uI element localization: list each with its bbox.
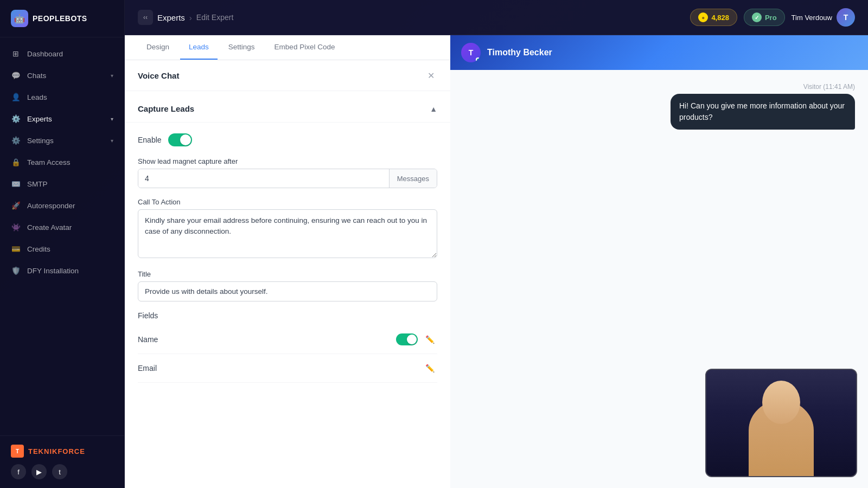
pro-badge: ✓ Pro <box>744 9 785 26</box>
voice-chat-title: Voice Chat <box>138 71 179 80</box>
sidebar-item-credits[interactable]: 💳 Credits <box>0 238 124 260</box>
tab-settings[interactable]: Settings <box>220 35 264 60</box>
sidebar-logo: 🤖 PEOPLEBOTS <box>0 0 124 37</box>
voice-chat-section: Voice Chat ✕ <box>125 60 450 91</box>
tf-icon: T <box>11 445 24 458</box>
field-email-edit-button[interactable]: ✏️ <box>422 361 437 376</box>
chat-header: T Timothy Becker <box>450 35 868 70</box>
youtube-icon[interactable]: ▶ <box>31 464 47 479</box>
capture-leads-section: Capture Leads ▲ Enable Show lead ma <box>125 95 450 403</box>
autoresponder-icon: 🚀 <box>11 201 21 210</box>
back-button[interactable]: ‹‹ <box>138 10 153 25</box>
grid-icon: ⊞ <box>11 49 21 59</box>
tabs-bar: Design Leads Settings Embed Pixel Code <box>125 35 450 60</box>
show-after-group: Show lead magnet capture after Messages <box>138 157 437 188</box>
online-status-dot <box>476 57 480 62</box>
field-name-actions: ✏️ <box>396 332 437 347</box>
cta-label: Call To Action <box>138 198 437 206</box>
sidebar-item-label: Settings <box>27 137 54 145</box>
teknikforce-logo: T TEKNIKFORCE <box>11 445 113 458</box>
chat-agent-name: Timothy Becker <box>487 48 552 57</box>
sidebar-item-label: Dashboard <box>27 50 63 58</box>
chevron-up-icon: ▲ <box>430 105 437 113</box>
video-overlay <box>705 369 857 477</box>
user-info[interactable]: Tim Verdouw T <box>792 8 855 27</box>
sidebar-item-experts[interactable]: ⚙️ Experts ▾ <box>0 108 124 130</box>
credits-coin-icon: ● <box>698 12 708 22</box>
logo-icon: 🤖 <box>11 10 28 27</box>
field-row-email: Email ✏️ <box>138 354 437 383</box>
sidebar-item-label: Experts <box>27 115 52 123</box>
title-input[interactable] <box>138 281 437 301</box>
chat-icon: 💬 <box>11 70 21 80</box>
main-area: ‹‹ Experts › Edit Expert ● 4,828 ✓ Pro T… <box>125 0 868 488</box>
show-after-input-wrapper: Messages <box>138 169 437 188</box>
sidebar-nav: ⊞ Dashboard 💬 Chats ▾ 👤 Leads ⚙️ Experts… <box>0 37 124 435</box>
social-icons: f ▶ t <box>11 464 113 479</box>
enable-label: Enable <box>138 136 162 144</box>
field-name-toggle[interactable] <box>396 333 418 345</box>
credits-badge[interactable]: ● 4,828 <box>690 9 737 26</box>
sidebar: 🤖 PEOPLEBOTS ⊞ Dashboard 💬 Chats ▾ 👤 Lea… <box>0 0 125 488</box>
sidebar-item-label: Team Access <box>27 158 71 166</box>
show-after-input[interactable] <box>138 169 389 188</box>
credits-icon: 💳 <box>11 244 21 254</box>
tab-embed[interactable]: Embed Pixel Code <box>266 35 344 60</box>
field-name-edit-button[interactable]: ✏️ <box>422 332 437 347</box>
voice-chat-close-button[interactable]: ✕ <box>424 69 437 82</box>
sidebar-item-settings[interactable]: ⚙️ Settings ▾ <box>0 130 124 151</box>
fields-label: Fields <box>138 311 437 320</box>
capture-leads-title: Capture Leads <box>138 104 194 113</box>
chat-avatar: T <box>461 43 481 62</box>
pro-check-icon: ✓ <box>752 12 762 22</box>
sidebar-footer: T TEKNIKFORCE f ▶ t <box>0 435 124 488</box>
chevron-down-icon: ▾ <box>111 73 113 79</box>
enable-toggle[interactable] <box>168 133 192 146</box>
title-label: Title <box>138 270 437 278</box>
title-group: Title <box>138 270 437 301</box>
sidebar-item-dfy[interactable]: 🛡️ DFY Installation <box>0 260 124 281</box>
show-after-label: Show lead magnet capture after <box>138 157 437 165</box>
field-email-actions: ✏️ <box>422 361 437 376</box>
sidebar-item-create-avatar[interactable]: 👾 Create Avatar <box>0 216 124 238</box>
show-after-suffix: Messages <box>389 169 437 188</box>
capture-leads-body: Enable Show lead magnet capture after Me… <box>125 123 450 403</box>
email-icon: ✉️ <box>11 179 21 189</box>
fields-group: Fields Name ✏️ Email <box>138 311 437 383</box>
chevron-down-icon: ▾ <box>111 116 113 122</box>
expert-icon: ⚙️ <box>11 114 21 124</box>
field-row-name: Name ✏️ <box>138 325 437 354</box>
video-person <box>706 370 856 476</box>
sidebar-item-autoresponder[interactable]: 🚀 Autoresponder <box>0 195 124 216</box>
facebook-icon[interactable]: f <box>11 464 26 479</box>
capture-leads-header[interactable]: Capture Leads ▲ <box>125 95 450 123</box>
breadcrumb-main: Experts <box>157 13 185 22</box>
user-name: Tim Verdouw <box>792 14 832 22</box>
content-area: Design Leads Settings Embed Pixel Code V… <box>125 35 868 488</box>
tab-leads[interactable]: Leads <box>180 35 218 60</box>
sidebar-item-label: Autoresponder <box>27 202 75 210</box>
sidebar-item-team-access[interactable]: 🔒 Team Access <box>0 151 124 173</box>
visitor-label: Visitor (11:41 AM) <box>463 83 855 91</box>
lock-icon: 🔒 <box>11 157 21 167</box>
logo-text: PEOPLEBOTS <box>33 14 87 23</box>
breadcrumb: Experts › Edit Expert <box>157 13 233 22</box>
panel-content: Voice Chat ✕ Capture Leads ▲ Enable <box>125 60 450 488</box>
sidebar-item-chats[interactable]: 💬 Chats ▾ <box>0 65 124 86</box>
sidebar-item-dashboard[interactable]: ⊞ Dashboard <box>0 43 124 65</box>
pro-label: Pro <box>765 14 777 22</box>
sidebar-item-smtp[interactable]: ✉️ SMTP <box>0 173 124 195</box>
tf-brand-name: TEKNIKFORCE <box>28 447 85 455</box>
right-panel: T Timothy Becker Visitor (11:41 AM) Hi! … <box>450 35 868 488</box>
sidebar-item-leads[interactable]: 👤 Leads <box>0 86 124 108</box>
field-name-label: Name <box>138 335 158 344</box>
avatar-icon: 👾 <box>11 222 21 232</box>
cta-textarea[interactable]: Kindly share your email address before c… <box>138 209 437 258</box>
twitter-icon[interactable]: t <box>52 464 67 479</box>
sidebar-item-label: Chats <box>27 72 46 80</box>
field-email-label: Email <box>138 364 157 373</box>
sidebar-item-label: Credits <box>27 245 50 253</box>
breadcrumb-separator: › <box>189 13 192 22</box>
sidebar-item-label: Leads <box>27 93 47 101</box>
tab-design[interactable]: Design <box>138 35 178 60</box>
